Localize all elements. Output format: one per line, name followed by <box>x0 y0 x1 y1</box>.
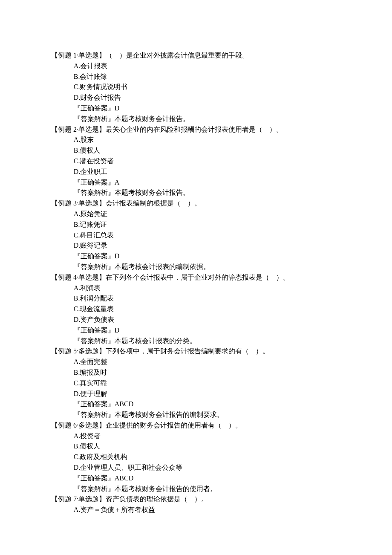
question-option: C.真实可靠 <box>51 378 341 389</box>
question-option: B.利润分配表 <box>51 293 341 304</box>
question-block: 【例题 5·多选题】下列各项中，属于财务会计报告编制要求的有（ ）。A.全面完整… <box>51 346 341 420</box>
analysis-text: 本题考核会计报表的分类。 <box>115 337 196 344</box>
answer-line: 『正确答案』D <box>51 251 341 262</box>
question-option: A.原始凭证 <box>51 209 341 220</box>
analysis-label: 『答案解析』 <box>74 263 115 270</box>
analysis-text: 本题考核财务会计报告的编制要求。 <box>115 411 224 418</box>
analysis-line: 『答案解析』本题考核财务会计报告。 <box>51 188 341 198</box>
answer-line: 『正确答案』D <box>51 325 341 336</box>
question-block: 【例题 2·单选题】最关心企业的内在风险和报酬的会计报表使用者是（ ）。A.股东… <box>51 124 341 199</box>
question-option: D.便于理解 <box>51 389 341 399</box>
question-stem-text: 企业提供的财务会计报告的使用者有（ ）。 <box>106 422 242 429</box>
question-stem-text: 资产负债表的理论依据是（ ）。 <box>106 495 208 503</box>
question-stem-text: 在下列各个会计报表中，属于企业对外的静态报表是（ ）。 <box>106 274 290 281</box>
question-option: C.财务情况说明书 <box>51 82 341 92</box>
question-stem-text: 下列各项中，属于财务会计报告编制要求的有（ ）。 <box>106 347 269 355</box>
question-block: 【例题 3·单选题】会计报表编制的根据是（ ）。A.原始凭证B.记账凭证C.科目… <box>51 198 341 272</box>
question-option: C.现金流量表 <box>51 304 341 315</box>
question-option: C.潜在投资者 <box>51 156 341 167</box>
question-stem: 【例题 2·单选题】最关心企业的内在风险和报酬的会计报表使用者是（ ）。 <box>51 124 341 135</box>
question-stem-text: 会计报表编制的根据是（ ）。 <box>106 199 201 207</box>
question-tag: 【例题 7·单选题】 <box>51 495 106 503</box>
analysis-line: 『答案解析』本题考核会计报表的分类。 <box>51 336 341 347</box>
question-option: A.资产＝负债＋所有者权益 <box>51 505 341 515</box>
question-block: 【例题 1·单选题】（ ）是企业对外披露会计信息最重要的手段。A.会计报表B.会… <box>51 50 341 124</box>
question-tag: 【例题 3·单选题】 <box>51 199 106 207</box>
question-block: 【例题 7·单选题】资产负债表的理论依据是（ ）。A.资产＝负债＋所有者权益 <box>51 494 341 515</box>
question-tag: 【例题 4·单选题】 <box>51 274 106 281</box>
question-stem: 【例题 6·多选题】企业提供的财务会计报告的使用者有（ ）。 <box>51 420 341 431</box>
question-stem-text: 最关心企业的内在风险和报酬的会计报表使用者是（ ）。 <box>106 126 283 133</box>
question-option: D.资产负债表 <box>51 315 341 325</box>
question-stem: 【例题 7·单选题】资产负债表的理论依据是（ ）。 <box>51 494 341 505</box>
question-tag: 【例题 5·多选题】 <box>51 347 106 355</box>
question-stem: 【例题 5·多选题】下列各项中，属于财务会计报告编制要求的有（ ）。 <box>51 346 341 357</box>
question-tag: 【例题 6·多选题】 <box>51 422 106 429</box>
question-stem: 【例题 4·单选题】在下列各个会计报表中，属于企业对外的静态报表是（ ）。 <box>51 272 341 283</box>
answer-value: ABCD <box>115 474 133 482</box>
analysis-label: 『答案解析』 <box>74 189 115 196</box>
answer-label: 『正确答案』 <box>74 104 115 112</box>
document-page: 【例题 1·单选题】（ ）是企业对外披露会计信息最重要的手段。A.会计报表B.会… <box>0 0 392 555</box>
question-option: D.财务会计报告 <box>51 92 341 103</box>
answer-value: D <box>115 104 120 112</box>
analysis-label: 『答案解析』 <box>74 115 115 122</box>
question-option: A.投资者 <box>51 431 341 442</box>
analysis-text: 本题考核财务会计报告。 <box>115 189 190 196</box>
question-option: A.利润表 <box>51 283 341 294</box>
question-stem: 【例题 1·单选题】（ ）是企业对外披露会计信息最重要的手段。 <box>51 50 341 61</box>
question-block: 【例题 6·多选题】企业提供的财务会计报告的使用者有（ ）。A.投资者B.债权人… <box>51 420 341 494</box>
analysis-line: 『答案解析』本题考核财务会计报告的使用者。 <box>51 484 341 494</box>
answer-value: A <box>115 179 120 186</box>
question-option: B.会计账簿 <box>51 72 341 82</box>
answer-label: 『正确答案』 <box>74 252 115 260</box>
answer-value: ABCD <box>115 400 133 408</box>
answer-label: 『正确答案』 <box>74 327 115 334</box>
analysis-text: 本题考核会计报表的编制依据。 <box>115 263 210 270</box>
answer-value: D <box>115 252 120 260</box>
analysis-label: 『答案解析』 <box>74 411 115 418</box>
answer-label: 『正确答案』 <box>74 474 115 482</box>
question-option: D.账簿记录 <box>51 240 341 251</box>
question-option: A.会计报表 <box>51 61 341 72</box>
analysis-text: 本题考核财务会计报告。 <box>115 115 190 122</box>
question-stem-text: （ ）是企业对外披露会计信息最重要的手段。 <box>106 52 249 59</box>
question-option: B.债权人 <box>51 145 341 156</box>
answer-label: 『正确答案』 <box>74 400 115 408</box>
analysis-line: 『答案解析』本题考核会计报表的编制依据。 <box>51 262 341 272</box>
question-option: C.科目汇总表 <box>51 230 341 241</box>
question-stem: 【例题 3·单选题】会计报表编制的根据是（ ）。 <box>51 198 341 209</box>
answer-line: 『正确答案』ABCD <box>51 473 341 484</box>
question-tag: 【例题 2·单选题】 <box>51 126 106 133</box>
answer-value: D <box>115 327 120 334</box>
question-option: B.记账凭证 <box>51 220 341 230</box>
question-block: 【例题 4·单选题】在下列各个会计报表中，属于企业对外的静态报表是（ ）。A.利… <box>51 272 341 347</box>
question-option: B.编报及时 <box>51 367 341 378</box>
question-option: C.政府及相关机构 <box>51 452 341 462</box>
question-option: A.股东 <box>51 135 341 145</box>
question-option: B.债权人 <box>51 441 341 452</box>
answer-line: 『正确答案』D <box>51 103 341 114</box>
question-option: D.企业职工 <box>51 167 341 177</box>
analysis-line: 『答案解析』本题考核财务会计报告的编制要求。 <box>51 410 341 420</box>
question-tag: 【例题 1·单选题】 <box>51 52 106 59</box>
answer-label: 『正确答案』 <box>74 179 115 186</box>
answer-line: 『正确答案』A <box>51 177 341 188</box>
analysis-line: 『答案解析』本题考核财务会计报告。 <box>51 114 341 124</box>
question-option: A.全面完整 <box>51 357 341 367</box>
analysis-label: 『答案解析』 <box>74 337 115 344</box>
analysis-label: 『答案解析』 <box>74 485 115 492</box>
question-option: D.企业管理人员、职工和社会公众等 <box>51 462 341 473</box>
analysis-text: 本题考核财务会计报告的使用者。 <box>115 485 217 492</box>
answer-line: 『正确答案』ABCD <box>51 399 341 410</box>
